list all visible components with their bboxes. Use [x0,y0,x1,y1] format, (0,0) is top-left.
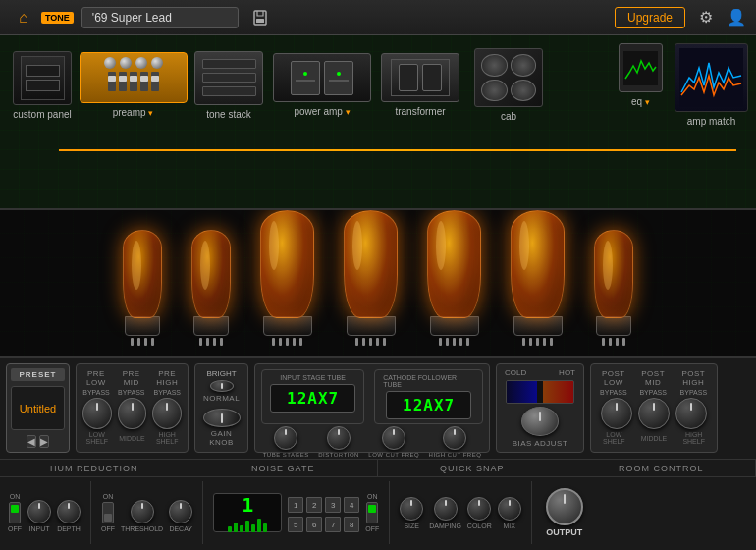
preset-display[interactable]: Untitled [11,386,65,430]
snap-3-button[interactable]: 3 [325,497,341,513]
upgrade-button[interactable]: Upgrade [615,7,685,28]
tonestack-image [194,51,263,105]
controls-section: PRESET Untitled ◀ ▶ PRE LOW BYPASS PRE M… [0,356,756,460]
post-low-knob[interactable] [601,398,632,429]
chain-block-power-amp[interactable]: power amp ▾ [268,53,376,117]
threshold-knob[interactable] [131,500,154,523]
pre-low-bypass: BYPASS [82,389,110,396]
snap-6-button[interactable]: 6 [306,517,322,532]
settings-icon[interactable]: ⚙ [699,8,713,27]
distortion-knob[interactable] [327,426,351,450]
chain-block-eq[interactable]: eq ▾ [619,43,663,107]
input-tube-panel: INPUT STAGE TUBE 12AX7 CATHODE FOLLOWER … [254,363,490,453]
low-cut-freq-knob[interactable] [382,426,405,450]
transformer-image [381,53,459,102]
bright-gain-panel: BRIGHT NORMAL GAIN KNOB [194,363,248,453]
pre-high-label: PRE HIGH [152,369,182,387]
top-bar-right: Upgrade ⚙ 👤 [615,7,746,28]
noise-gate-group: ON OFF THRESHOLD DECAY [101,493,192,532]
snap-8-button[interactable]: 8 [344,517,359,532]
pre-low-knob[interactable] [82,398,112,429]
pre-mid-knob[interactable] [118,398,147,429]
pre-low-col: PRE LOW BYPASS [82,369,110,396]
amp-match-label: amp match [687,116,735,127]
eq-ampmatch-row: eq ▾ amp match [619,43,748,127]
preamp-image [80,52,188,103]
quick-snap-group: 1 1 2 3 4 5 6 7 8 [213,493,379,532]
post-mid-knob[interactable] [638,398,670,429]
snap-4-button[interactable]: 4 [344,497,359,513]
preset-next-button[interactable]: ▶ [39,435,49,448]
preset-nav: ◀ ▶ [27,435,49,448]
bright-label: BRIGHT [201,369,242,378]
pre-eq-bottom-labels: LOW SHELF MIDDLE HIGH SHELF [82,431,182,445]
decay-knob[interactable] [169,500,192,523]
tube-glass-1 [123,230,162,318]
svg-rect-2 [623,51,658,85]
bright-knob[interactable] [210,380,234,392]
snap-2-button[interactable]: 2 [306,497,322,513]
chain-block-preamp[interactable]: preamp ▾ [77,52,189,118]
mix-knob[interactable] [498,497,521,521]
cab-label: cab [501,111,516,122]
svg-rect-1 [256,19,264,23]
noise-on-toggle[interactable]: ON OFF [101,493,115,532]
color-knob[interactable] [467,497,491,521]
preset-name-display: Untitled [20,403,56,414]
depth-knob[interactable] [57,500,81,523]
tube-stages-knob[interactable] [274,426,297,450]
post-mid-bypass: BYPASS [639,389,667,396]
preset-panel: PRESET Untitled ◀ ▶ [6,363,70,453]
home-icon[interactable]: ⌂ [10,4,37,31]
snap-number: 1 [242,493,253,517]
pre-eq-panel: PRE LOW BYPASS PRE MID BYPASS PRE HIGH B… [76,363,189,453]
snap-on-toggle[interactable]: ON OFF [365,493,379,532]
input-tube-display[interactable]: 12AX7 [270,384,355,412]
bias-adjust-knob[interactable] [521,407,559,436]
chain-block-tone-stack[interactable]: tone stack [189,51,268,120]
decay-label: DECAY [169,525,192,532]
snap-buttons: 1 2 3 4 5 6 7 8 [288,497,359,532]
user-icon[interactable]: 👤 [727,8,746,27]
damping-knob[interactable] [434,497,458,521]
chain-block-custom-panel[interactable]: custom panel [8,51,77,120]
size-knob[interactable] [400,497,423,521]
snap-5-button[interactable]: 5 [288,517,303,532]
output-knob[interactable] [546,488,583,525]
post-bypass-row: POST LOW BYPASS POST MID BYPASS POST HIG… [597,369,711,396]
transformer-label: transformer [395,106,445,117]
cathode-tube-selector: CATHODE FOLLOWER TUBE 12AX7 [374,369,483,424]
post-low-label: POST LOW [597,369,630,387]
tube-base-1 [125,316,160,336]
cathode-tube-display[interactable]: 12AX7 [386,391,471,419]
eq-ampmatch-area: eq ▾ amp match [619,43,748,127]
signal-line [59,149,736,151]
size-label: SIZE [404,522,419,529]
cold-label: COLD [505,368,526,377]
preset-name-field[interactable]: '69 Super Lead [81,7,239,28]
snap-7-button[interactable]: 7 [325,517,341,532]
sep-1 [90,481,91,544]
post-high-bypass: BYPASS [680,389,708,396]
quick-snap-label: QUICK SNAP [378,460,567,476]
chain-block-cab[interactable]: cab [464,48,553,122]
high-cut-freq-knob[interactable] [443,426,466,450]
tone-badge: TONE [41,12,74,24]
preset-prev-button[interactable]: ◀ [27,435,36,448]
snap-display: 1 [213,493,282,532]
chain-block-amp-match[interactable]: amp match [675,43,748,127]
pre-high-knob[interactable] [152,398,182,429]
power-amp-label: power amp ▾ [294,106,350,117]
snap-1-button[interactable]: 1 [288,497,303,513]
chain-block-transformer[interactable]: transformer [376,53,464,117]
depth-label: DEPTH [57,525,81,532]
tube-4 [344,210,398,346]
tube-1 [123,230,162,346]
pre-high-col: PRE HIGH BYPASS [152,369,182,396]
amp-match-image [675,43,748,112]
post-high-knob[interactable] [675,398,707,429]
input-knob[interactable] [27,500,51,523]
hum-on-toggle[interactable]: ON OFF [8,493,22,532]
gain-knob[interactable] [203,409,241,427]
save-icon[interactable] [246,4,274,31]
